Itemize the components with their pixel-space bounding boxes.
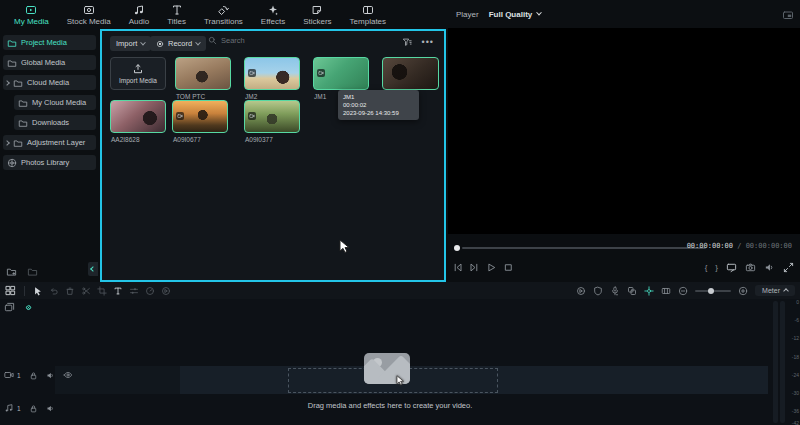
voiceover-mic-icon[interactable] [610,286,620,296]
mark-out-icon[interactable]: } [715,263,718,272]
new-folder-icon[interactable] [6,266,17,277]
zoom-in-icon[interactable] [738,286,748,296]
sidebar-item-cloud-media[interactable]: Cloud Media [3,75,96,90]
quality-dropdown[interactable]: Full Quality [489,10,542,19]
split-scissors-icon[interactable] [81,286,91,296]
crop-icon[interactable] [97,286,107,296]
meter-scale-label: -24 [792,372,799,378]
collapse-sidebar-button[interactable] [88,262,98,276]
meter-toggle-button[interactable]: Meter [755,285,795,296]
mark-in-icon[interactable]: { [705,263,708,272]
zoom-slider-handle[interactable] [708,288,714,294]
display-settings-icon[interactable] [726,262,737,273]
record-button[interactable]: Record [150,36,206,51]
expand-chevron-icon[interactable] [4,80,10,86]
snapshot-icon[interactable] [745,262,756,273]
search-input[interactable]: Search [208,36,245,45]
tab-templates[interactable]: Templates [342,0,394,28]
media-thumbnail-jm2[interactable] [244,57,300,90]
tab-stock-media[interactable]: Stock Media [59,0,119,28]
seek-bar[interactable] [454,246,706,250]
play-icon[interactable] [486,262,497,273]
media-thumbnail-a09i0377[interactable] [244,100,300,133]
previous-frame-icon[interactable] [452,262,463,273]
templates-icon [362,3,374,16]
media-thumbnail-a09i0677[interactable] [172,100,228,133]
lock-icon[interactable] [29,371,38,380]
marker-icon[interactable] [593,286,603,296]
tab-transitions[interactable]: Transitions [196,0,251,28]
track-manage-tools [4,302,34,313]
player-header: Player Full Quality [456,0,541,28]
media-thumbnail-tom-ptc[interactable] [175,57,231,90]
media-item-name: JM2 [245,93,257,100]
speed-icon[interactable] [145,286,155,296]
titles-icon [171,3,183,16]
filter-icon[interactable] [402,37,412,47]
media-sidebar: Project Media Global Media Cloud Media M… [0,28,100,282]
folder-icon [13,138,23,148]
audio-meter: 0 -6 -12 -18 -24 -30 -36 -42 [772,299,800,425]
zoom-out-icon[interactable] [678,286,688,296]
sidebar-item-project-media[interactable]: Project Media [3,35,96,50]
undo-icon[interactable] [49,286,59,296]
sidebar-item-global-media[interactable]: Global Media [3,55,96,70]
sidebar-label: Global Media [21,58,65,67]
timeline-zoom-slider[interactable] [695,290,731,292]
camera-badge-icon [248,69,256,77]
timeline-tools-left [0,285,171,296]
next-frame-icon[interactable] [469,262,480,273]
video-preview-area[interactable] [448,28,800,234]
mute-icon[interactable] [46,404,55,413]
more-options-icon[interactable]: ••• [422,37,434,47]
delete-icon[interactable] [65,286,75,296]
lock-icon[interactable] [29,404,38,413]
stop-icon[interactable] [503,262,514,273]
filmstrip-icon[interactable] [661,286,671,296]
manage-tracks-icon[interactable] [4,302,15,313]
adjust-icon[interactable] [129,286,139,296]
media-thumbnail-jm1[interactable] [313,57,369,90]
pointer-tool-icon[interactable] [33,286,43,296]
auto-ripple-link-icon[interactable] [23,302,34,313]
volume-icon[interactable] [764,262,775,273]
expand-chevron-icon[interactable] [4,140,10,146]
import-media-tile[interactable]: Import Media [110,57,166,90]
sidebar-item-downloads[interactable]: Downloads [14,115,96,130]
fullscreen-icon[interactable] [783,262,794,273]
sidebar-item-my-cloud-media[interactable]: My Cloud Media [14,95,96,110]
audio-track-number: 1 [17,405,21,412]
sidebar-label: Cloud Media [27,78,69,87]
import-button[interactable]: Import [110,36,151,51]
tab-titles[interactable]: Titles [159,0,194,28]
mask-icon[interactable] [627,286,637,296]
sidebar-footer [6,266,38,277]
time-current: 00:00:00:00 [687,242,733,250]
tab-effects[interactable]: Effects [253,0,293,28]
tab-label: Titles [167,17,186,26]
meter-scale-label: 0 [796,299,799,305]
toggle-panel-icon[interactable] [5,285,16,296]
media-thumbnail-aa2i8628[interactable] [110,100,166,133]
camera-badge-icon [176,112,184,120]
play-clip-icon[interactable] [576,286,586,296]
sidebar-item-photos-library[interactable]: Photos Library [3,155,96,170]
player-tools: { } [705,262,794,273]
audio-icon [133,3,145,16]
playhead-handle[interactable] [454,245,460,251]
media-thumbnail-5[interactable] [382,57,439,90]
effects-icon [267,3,279,16]
text-tool-icon[interactable] [113,286,123,296]
detach-preview-icon[interactable] [782,9,794,21]
eye-icon[interactable] [63,370,73,380]
tab-stickers[interactable]: Stickers [295,0,339,28]
meter-scale-label: -18 [792,354,799,360]
tab-my-media[interactable]: My Media [6,0,57,28]
keyframe-icon[interactable] [644,286,654,296]
delete-folder-icon[interactable] [27,266,38,277]
sidebar-label: My Cloud Media [32,98,86,107]
tab-audio[interactable]: Audio [121,0,157,28]
sidebar-item-adjustment-layer[interactable]: Adjustment Layer [3,135,96,150]
render-preview-icon[interactable] [161,286,171,296]
mute-icon[interactable] [46,371,55,380]
